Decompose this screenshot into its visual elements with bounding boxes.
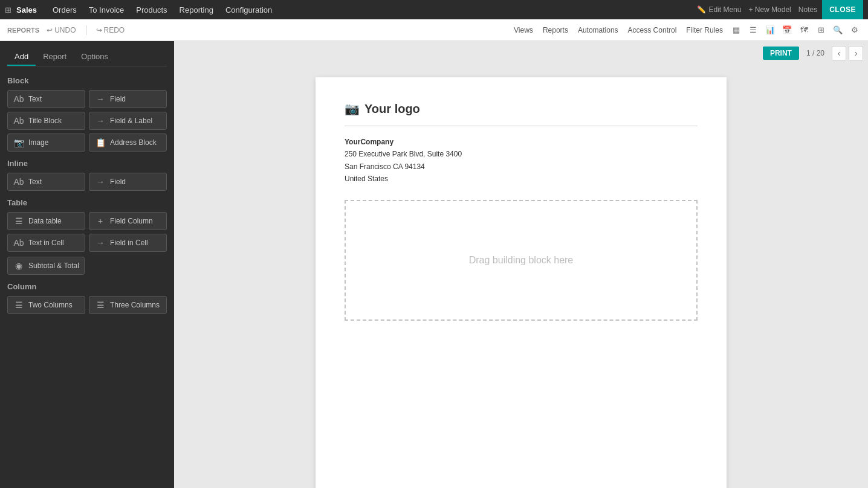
block-title-block[interactable]: Ab Title Block	[7, 112, 85, 130]
block-text-label: Text	[28, 95, 42, 103]
header-divider	[345, 126, 698, 126]
top-nav: ⊞ Sales Orders To Invoice Products Repor…	[0, 0, 868, 19]
block-grid: Ab Text → Field Ab Title Block → Field &…	[7, 90, 167, 152]
list-view-icon[interactable]: ▦	[730, 24, 742, 36]
search-icon[interactable]: 🔍	[832, 24, 844, 36]
panel-tabs: Add Report Options	[7, 48, 167, 66]
tab-add[interactable]: Add	[7, 48, 36, 66]
nav-configuration[interactable]: Configuration	[219, 0, 278, 19]
two-columns-label: Two Columns	[28, 301, 73, 309]
field-block-icon: →	[94, 94, 106, 104]
inline-field[interactable]: → Field	[89, 173, 167, 191]
undo-redo-group: ↩ UNDO ↪ REDO	[47, 25, 125, 35]
inline-text[interactable]: Ab Text	[7, 173, 85, 191]
divider	[86, 25, 86, 35]
text-block-icon: Ab	[13, 94, 25, 104]
document-page: 📷 Your logo YourCompany 250 Executive Pa…	[316, 77, 727, 488]
inline-text-icon: Ab	[13, 177, 25, 187]
column-three-columns[interactable]: ☰ Three Columns	[89, 296, 167, 314]
column-grid: ☰ Two Columns ☰ Three Columns	[7, 296, 167, 314]
redo-icon: ↪	[96, 26, 102, 34]
inline-grid: Ab Text → Field	[7, 173, 167, 191]
grid-view-icon[interactable]: ☰	[747, 24, 759, 36]
table-field-in-cell[interactable]: → Field in Cell	[89, 234, 167, 252]
print-bar: PRINT 1 / 20 ‹ ›	[758, 41, 868, 65]
company-address-line3: United States	[345, 173, 698, 185]
edit-menu-label: Edit Menu	[708, 5, 741, 14]
calendar-view-icon[interactable]: 📅	[781, 24, 793, 36]
page-prev-button[interactable]: ‹	[832, 46, 846, 60]
address-block-icon: 📋	[94, 138, 106, 147]
map-view-icon[interactable]: 🗺	[798, 24, 810, 36]
subtotal-total-icon: ◉	[13, 261, 25, 271]
chart-view-icon[interactable]: 📊	[764, 24, 776, 36]
print-button[interactable]: PRINT	[763, 47, 799, 60]
logo-camera-icon: 📷	[345, 101, 360, 116]
redo-label: REDO	[104, 26, 125, 34]
new-model-label: + New Model	[748, 5, 791, 14]
inline-field-icon: →	[94, 177, 106, 187]
right-content: PRINT 1 / 20 ‹ › 📷 Your logo YourCompany	[174, 41, 868, 488]
views-nav[interactable]: Views	[514, 26, 533, 34]
table-field-column[interactable]: + Field Column	[89, 212, 167, 230]
field-column-icon: +	[94, 216, 106, 226]
nav-to-invoice[interactable]: To Invoice	[83, 0, 131, 19]
company-address-line1: 250 Executive Park Blvd, Suite 3400	[345, 148, 698, 160]
grid-icon[interactable]: ⊞	[5, 5, 11, 14]
tab-report[interactable]: Report	[36, 48, 74, 66]
three-columns-icon: ☰	[94, 300, 106, 310]
block-field-label: Field	[110, 95, 126, 103]
text-in-cell-icon: Ab	[13, 238, 25, 248]
block-image[interactable]: 📷 Image	[7, 133, 85, 152]
inline-section-header: Inline	[7, 159, 167, 168]
table-text-in-cell[interactable]: Ab Text in Cell	[7, 234, 85, 252]
company-info: YourCompany 250 Executive Park Blvd, Sui…	[345, 136, 698, 185]
page-total: 20	[817, 49, 824, 57]
image-block-icon: 📷	[13, 138, 25, 147]
tab-options[interactable]: Options	[74, 48, 115, 66]
main-layout: Add Report Options Block Ab Text → Field…	[0, 41, 868, 488]
field-in-cell-icon: →	[94, 238, 106, 248]
column-two-columns[interactable]: ☰ Two Columns	[7, 296, 85, 314]
column-section-header: Column	[7, 282, 167, 291]
table-view-icon[interactable]: ⊞	[815, 24, 827, 36]
view-icons: ▦ ☰ 📊 📅 🗺 ⊞ 🔍 ⚙	[730, 24, 861, 36]
automations-nav[interactable]: Automations	[578, 26, 618, 34]
logo-area: 📷 Your logo	[345, 101, 420, 116]
table-section-header: Table	[7, 198, 167, 207]
undo-button[interactable]: ↩ UNDO	[47, 26, 76, 34]
reports-nav[interactable]: Reports	[543, 26, 568, 34]
close-button[interactable]: CLOSE	[822, 0, 863, 19]
inline-text-label: Text	[28, 178, 42, 186]
page-indicator: 1 / 20	[802, 49, 829, 57]
left-panel: Add Report Options Block Ab Text → Field…	[0, 41, 174, 488]
nav-products[interactable]: Products	[130, 0, 173, 19]
block-field[interactable]: → Field	[89, 90, 167, 108]
nav-orders[interactable]: Orders	[47, 0, 83, 19]
block-section-header: Block	[7, 76, 167, 85]
title-block-icon: Ab	[13, 116, 25, 126]
edit-menu-button[interactable]: ✏️ Edit Menu	[697, 5, 741, 14]
settings-icon[interactable]: ⚙	[849, 24, 861, 36]
page-current: 1	[806, 49, 811, 57]
block-address[interactable]: 📋 Address Block	[89, 133, 167, 152]
three-columns-label: Three Columns	[110, 301, 160, 309]
block-title-label: Title Block	[28, 117, 62, 125]
access-control-nav[interactable]: Access Control	[628, 26, 677, 34]
new-model-button[interactable]: + New Model	[748, 5, 791, 14]
table-data-table[interactable]: ☰ Data table	[7, 212, 85, 230]
logo-text: Your logo	[364, 102, 420, 116]
company-name: YourCompany	[345, 136, 698, 148]
field-in-cell-label: Field in Cell	[110, 239, 148, 247]
block-text[interactable]: Ab Text	[7, 90, 85, 108]
notes-button[interactable]: Notes	[798, 5, 817, 14]
second-toolbar: REPORTS ↩ UNDO ↪ REDO Views Reports Auto…	[0, 19, 868, 41]
block-field-label[interactable]: → Field & Label	[89, 112, 167, 130]
redo-button[interactable]: ↪ REDO	[96, 26, 125, 34]
nav-reporting[interactable]: Reporting	[173, 0, 219, 19]
table-subtotal-total[interactable]: ◉ Subtotal & Total	[7, 257, 85, 275]
block-address-label: Address Block	[110, 138, 157, 147]
page-next-button[interactable]: ›	[849, 46, 863, 60]
filter-rules-nav[interactable]: Filter Rules	[686, 26, 723, 34]
drop-zone[interactable]: Drag building block here	[345, 200, 698, 321]
